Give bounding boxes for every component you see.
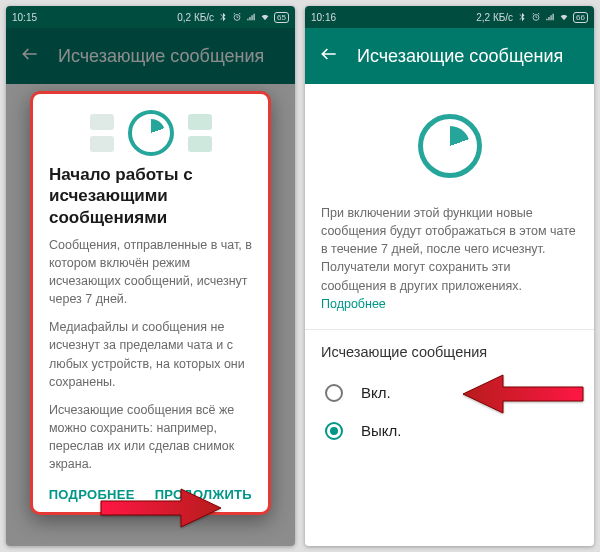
timer-icon — [418, 114, 482, 178]
radio-label: Выкл. — [361, 422, 401, 439]
settings-body: При включении этой функции новые сообщен… — [305, 84, 594, 546]
dialog-illustration — [49, 110, 252, 156]
intro-dialog: Начало работы с исчезающими сообщениями … — [30, 91, 271, 515]
wifi-icon — [559, 12, 569, 22]
bubble-icon — [188, 136, 212, 152]
signal-icon — [545, 12, 555, 22]
option-off[interactable]: Выкл. — [321, 412, 578, 450]
status-indicators: 2,2 КБ/с 66 — [476, 12, 588, 23]
radio-icon — [325, 422, 343, 440]
hero-illustration — [321, 114, 578, 178]
status-bar: 10:16 2,2 КБ/с 66 — [305, 6, 594, 28]
feature-desc-text: При включении этой функции новые сообщен… — [321, 206, 576, 293]
dialog-para-3: Исчезающие сообщения всё же можно сохран… — [49, 401, 252, 474]
status-net: 2,2 КБ/с — [476, 12, 513, 23]
bluetooth-icon — [517, 12, 527, 22]
continue-button[interactable]: ПРОДОЛЖИТЬ — [155, 487, 252, 502]
dialog-para-1: Сообщения, отправленные в чат, в котором… — [49, 236, 252, 309]
bluetooth-icon — [218, 12, 228, 22]
feature-description: При включении этой функции новые сообщен… — [321, 204, 578, 313]
alarm-icon — [531, 12, 541, 22]
learn-more-button[interactable]: ПОДРОБНЕЕ — [49, 487, 135, 502]
app-bar: Исчезающие сообщения — [305, 28, 594, 84]
status-time: 10:15 — [12, 12, 37, 23]
bubble-icon — [90, 136, 114, 152]
phone-left: 10:15 0,2 КБ/с 65 Исчезающие сообщения Н… — [6, 6, 295, 546]
back-button[interactable] — [319, 44, 339, 69]
wifi-icon — [260, 12, 270, 22]
bubble-icon — [90, 114, 114, 130]
divider — [305, 329, 594, 330]
learn-more-link[interactable]: Подробнее — [321, 297, 386, 311]
status-battery: 66 — [573, 12, 588, 23]
status-battery: 65 — [274, 12, 289, 23]
status-time: 10:16 — [311, 12, 336, 23]
arrow-left-icon — [319, 44, 339, 64]
appbar-title: Исчезающие сообщения — [357, 46, 563, 67]
dialog-para-2: Медиафайлы и сообщения не исчезнут за пр… — [49, 318, 252, 391]
radio-label: Вкл. — [361, 384, 391, 401]
timer-icon — [128, 110, 174, 156]
phone-right: 10:16 2,2 КБ/с 66 Исчезающие сообщения П… — [305, 6, 594, 546]
section-title: Исчезающие сообщения — [321, 344, 578, 360]
signal-icon — [246, 12, 256, 22]
alarm-icon — [232, 12, 242, 22]
dialog-actions: ПОДРОБНЕЕ ПРОДОЛЖИТЬ — [49, 483, 252, 508]
bubble-icon — [188, 114, 212, 130]
status-indicators: 0,2 КБ/с 65 — [177, 12, 289, 23]
status-bar: 10:15 0,2 КБ/с 65 — [6, 6, 295, 28]
status-net: 0,2 КБ/с — [177, 12, 214, 23]
dialog-title: Начало работы с исчезающими сообщениями — [49, 164, 252, 228]
radio-icon — [325, 384, 343, 402]
option-on[interactable]: Вкл. — [321, 374, 578, 412]
